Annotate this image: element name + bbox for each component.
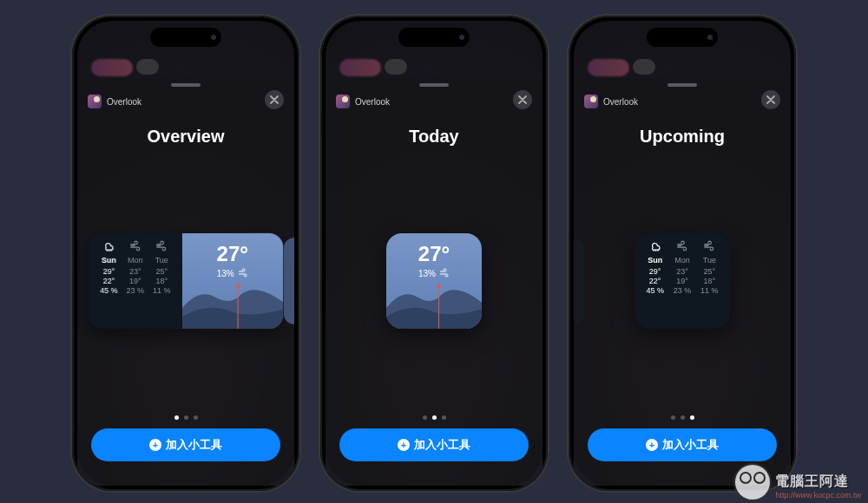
close-button[interactable]	[513, 90, 532, 109]
day-label: Mon	[668, 256, 695, 265]
rain-icon	[649, 240, 661, 252]
add-widget-button[interactable]: + 加入小工具	[339, 428, 529, 461]
high-temp: 25°	[148, 267, 174, 276]
page-indicator[interactable]	[574, 415, 791, 420]
close-icon	[270, 95, 279, 104]
svg-point-1	[235, 284, 240, 288]
add-widget-button[interactable]: + 加入小工具	[588, 428, 777, 461]
dynamic-island	[398, 28, 470, 47]
widget-gallery-sheet: Overlook Overview	[77, 78, 294, 486]
prev-widget-peek[interactable]	[574, 238, 584, 324]
mountain-graphic	[182, 279, 284, 329]
widget-gallery-sheet: Overlook Today 27° 13%	[326, 78, 542, 486]
day-label: Sun	[641, 256, 668, 265]
widget-carousel[interactable]: Sun Mon Tue 29° 23° 25° 22° 19° 18°	[574, 147, 791, 415]
dynamic-island	[647, 28, 718, 47]
page-title: Overview	[77, 127, 294, 147]
page-indicator[interactable]	[326, 415, 542, 420]
add-button-label: 加入小工具	[414, 437, 470, 453]
page-indicator[interactable]	[77, 415, 294, 420]
current-temp: 27°	[386, 242, 482, 266]
add-button-label: 加入小工具	[662, 437, 719, 453]
mountain-graphic	[386, 279, 482, 329]
precip-value: 45 %	[641, 286, 668, 295]
wind-icon	[155, 240, 168, 252]
day-label: Mon	[122, 256, 148, 265]
close-button[interactable]	[265, 90, 284, 109]
add-button-label: 加入小工具	[166, 437, 222, 453]
low-temp: 18°	[696, 277, 723, 285]
precip-value: 23 %	[122, 286, 148, 295]
day-label: Tue	[696, 256, 723, 265]
low-temp: 18°	[148, 277, 174, 285]
phone-screen: Overlook Today 27° 13%	[326, 21, 542, 486]
add-widget-button[interactable]: + 加入小工具	[91, 428, 280, 461]
next-widget-peek[interactable]	[284, 238, 294, 324]
phones-row: Overlook Overview	[0, 0, 868, 491]
close-icon	[766, 95, 775, 104]
app-icon	[88, 95, 102, 108]
precip-value: 11 %	[148, 286, 174, 295]
high-temp: 23°	[122, 267, 148, 276]
page-title: Today	[326, 127, 542, 147]
precip-value: 13%	[418, 269, 436, 278]
today-widget[interactable]: 27° 13%	[386, 233, 482, 329]
precip-value: 11 %	[696, 286, 723, 295]
low-temp: 19°	[668, 277, 695, 285]
close-button[interactable]	[761, 90, 780, 109]
upcoming-widget[interactable]: Sun Mon Tue 29° 23° 25° 22° 19° 18°	[635, 233, 730, 329]
svg-point-3	[437, 284, 441, 288]
app-icon	[336, 95, 350, 108]
low-temp: 19°	[122, 277, 148, 285]
high-temp: 23°	[668, 267, 695, 276]
wind-icon	[129, 240, 141, 252]
phone-screen: Overlook Upcoming	[574, 21, 791, 486]
forecast-panel: Sun Mon Tue 29° 23° 25° 22°	[89, 233, 181, 329]
phone-screen: Overlook Overview	[77, 21, 294, 486]
widget-carousel[interactable]: Sun Mon Tue 29° 23° 25° 22°	[77, 147, 294, 415]
low-temp: 22°	[641, 277, 668, 285]
phone-frame: Overlook Today 27° 13%	[320, 16, 548, 491]
phone-frame: Overlook Overview	[72, 16, 299, 491]
close-icon	[518, 95, 527, 104]
watermark-title: 電腦王阿達	[775, 473, 861, 491]
phone-frame: Overlook Upcoming	[569, 16, 796, 491]
precip-value: 45 %	[95, 286, 122, 295]
app-name-label: Overlook	[603, 97, 638, 107]
app-name-label: Overlook	[355, 97, 390, 107]
wind-icon	[703, 240, 715, 252]
today-panel: 27° 13%	[182, 233, 284, 329]
low-temp: 22°	[95, 277, 122, 285]
plus-circle-icon: +	[149, 439, 161, 451]
overview-widget[interactable]: Sun Mon Tue 29° 23° 25° 22°	[89, 233, 283, 329]
wind-icon	[439, 268, 450, 278]
watermark-url: http://www.kocpc.com.tw	[775, 491, 861, 500]
watermark: 電腦王阿達 http://www.kocpc.com.tw	[735, 465, 861, 500]
plus-circle-icon: +	[398, 439, 410, 451]
wind-icon	[676, 240, 688, 252]
high-temp: 29°	[641, 267, 668, 276]
app-name-label: Overlook	[107, 97, 141, 107]
app-icon	[584, 95, 598, 108]
page-title: Upcoming	[574, 127, 791, 147]
high-temp: 25°	[696, 267, 723, 276]
wind-icon	[238, 268, 248, 278]
dynamic-island	[150, 28, 221, 47]
high-temp: 29°	[95, 267, 122, 276]
precip-value: 13%	[217, 268, 234, 278]
watermark-mascot-icon	[735, 465, 770, 500]
current-temp: 27°	[182, 242, 284, 266]
day-label: Tue	[148, 256, 174, 265]
day-label: Sun	[95, 256, 122, 265]
widget-gallery-sheet: Overlook Upcoming	[574, 78, 791, 486]
rain-icon	[102, 240, 115, 252]
widget-carousel[interactable]: 27° 13%	[326, 147, 542, 415]
precip-value: 23 %	[668, 286, 695, 295]
plus-circle-icon: +	[646, 439, 658, 451]
